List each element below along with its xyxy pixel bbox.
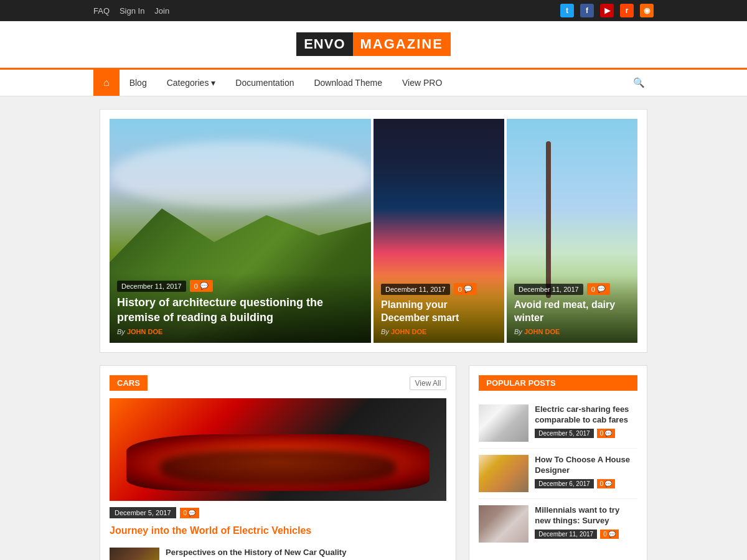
logo-envo: ENVO	[296, 32, 352, 56]
nav-view-pro[interactable]: View PRO	[392, 70, 452, 95]
popular-badge-3: 0 💬	[600, 530, 619, 539]
social-icons: t f ▶ r ◉	[560, 4, 654, 17]
featured-overlay-3: December 11, 2017 0 💬 Avoid red meat, da…	[507, 276, 637, 343]
logo[interactable]: ENVO MAGAZINE	[296, 32, 451, 56]
featured-section: December 11, 2017 0 💬 History of archite…	[100, 109, 647, 353]
featured-item-2[interactable]: December 11, 2017 0 💬 Planning your Dece…	[374, 119, 504, 343]
cars-thumb-1	[110, 548, 159, 560]
featured-meta-main: December 11, 2017 0 💬	[117, 280, 364, 292]
nav-categories[interactable]: Categories ▾	[157, 70, 226, 95]
featured-title-3: Avoid red meat, dairy winter	[514, 299, 630, 325]
popular-badge-1: 0 💬	[597, 429, 616, 438]
cars-main-image[interactable]	[110, 398, 446, 501]
popular-title-3: Millennials want to try new things: Surv…	[535, 505, 637, 526]
cars-section-title: CARS	[110, 375, 148, 391]
featured-grid: December 11, 2017 0 💬 History of archite…	[110, 119, 637, 343]
popular-info-1: Electric car-sharing fees comparable to …	[535, 404, 637, 442]
popular-posts-section: POPULAR POSTS Electric car-sharing fees …	[469, 365, 647, 560]
twitter-icon[interactable]: t	[560, 4, 574, 17]
main-container: December 11, 2017 0 💬 History of archite…	[93, 109, 654, 560]
featured-date-3: December 11, 2017	[514, 284, 583, 295]
popular-meta-2: December 6, 2017 0 💬	[535, 479, 637, 488]
cars-article-list: Perspectives on the History of New Car Q…	[110, 543, 446, 560]
featured-overlay-main: December 11, 2017 0 💬 History of archite…	[110, 273, 371, 343]
site-header: ENVO MAGAZINE	[0, 21, 747, 68]
popular-date-3: December 11, 2017	[535, 530, 597, 539]
popular-thumb-2	[479, 455, 529, 492]
popular-meta-3: December 11, 2017 0 💬	[535, 530, 637, 539]
popular-thumb-3	[479, 505, 529, 543]
featured-badge-main: 0 💬	[190, 280, 213, 292]
featured-author-main: By JOHN DOE	[117, 328, 364, 335]
logo-magazine: MAGAZINE	[353, 32, 451, 56]
featured-title-2: Planning your December smart	[381, 299, 497, 325]
popular-info-2: How To Choose A House Designer December …	[535, 455, 637, 492]
signin-link[interactable]: Sign In	[120, 6, 144, 16]
popular-thumb-1	[479, 404, 529, 442]
search-button[interactable]: 🔍	[624, 70, 654, 96]
featured-meta-3: December 11, 2017 0 💬	[514, 283, 630, 295]
lower-grid: CARS View All December 5, 2017 0 💬 Journ…	[100, 365, 647, 560]
reddit-icon[interactable]: r	[620, 4, 634, 17]
top-bar-links: FAQ Sign In Join	[93, 6, 177, 16]
cars-section: CARS View All December 5, 2017 0 💬 Journ…	[100, 365, 456, 560]
cars-section-header: CARS View All	[110, 375, 446, 391]
popular-item-1[interactable]: Electric car-sharing fees comparable to …	[479, 398, 637, 449]
popular-info-3: Millennials want to try new things: Surv…	[535, 505, 637, 543]
popular-meta-1: December 5, 2017 0 💬	[535, 429, 637, 438]
featured-date-2: December 11, 2017	[381, 284, 450, 295]
nav-home-button[interactable]: ⌂	[93, 70, 120, 96]
cars-main-date: December 5, 2017	[110, 507, 176, 518]
cars-article-item-1[interactable]: Perspectives on the History of New Car Q…	[110, 543, 446, 560]
popular-posts-title: POPULAR POSTS	[479, 375, 637, 391]
popular-date-1: December 5, 2017	[535, 429, 593, 438]
youtube-icon[interactable]: ▶	[600, 4, 614, 17]
nav-documentation[interactable]: Documentation	[225, 70, 304, 95]
popular-badge-2: 0 💬	[597, 479, 616, 488]
popular-date-2: December 6, 2017	[535, 479, 593, 488]
featured-author-3: By JOHN DOE	[514, 328, 630, 335]
cars-main-badge: 0 💬	[180, 508, 200, 518]
cars-view-all[interactable]: View All	[410, 376, 447, 390]
featured-badge-2: 0 💬	[454, 283, 477, 295]
facebook-icon[interactable]: f	[580, 4, 594, 17]
featured-title-main: History of architecture questioning the …	[117, 296, 364, 325]
featured-item-main[interactable]: December 11, 2017 0 💬 History of archite…	[110, 119, 371, 343]
popular-item-2[interactable]: How To Choose A House Designer December …	[479, 449, 637, 499]
popular-item-3[interactable]: Millennials want to try new things: Surv…	[479, 499, 637, 549]
cars-main-meta: December 5, 2017 0 💬	[110, 505, 446, 521]
featured-author-2: By JOHN DOE	[381, 328, 497, 335]
featured-item-3[interactable]: December 11, 2017 0 💬 Avoid red meat, da…	[507, 119, 637, 343]
featured-meta-2: December 11, 2017 0 💬	[381, 283, 497, 295]
cars-art-title-1: Perspectives on the History of New Car Q…	[166, 548, 446, 558]
featured-date-main: December 11, 2017	[117, 281, 186, 292]
nav-download-theme[interactable]: Download Theme	[304, 70, 392, 95]
rss-icon[interactable]: ◉	[640, 4, 654, 17]
faq-link[interactable]: FAQ	[93, 6, 110, 16]
cars-main-title[interactable]: Journey into the World of Electric Vehic…	[110, 525, 446, 538]
popular-title-2: How To Choose A House Designer	[535, 455, 637, 476]
top-bar: FAQ Sign In Join t f ▶ r ◉	[0, 0, 747, 21]
featured-overlay-2: December 11, 2017 0 💬 Planning your Dece…	[374, 276, 504, 343]
featured-badge-3: 0 💬	[587, 283, 610, 295]
nav-blog[interactable]: Blog	[120, 70, 157, 95]
main-nav: ⌂ Blog Categories ▾ Documentation Downlo…	[0, 68, 747, 96]
popular-title-1: Electric car-sharing fees comparable to …	[535, 404, 637, 426]
join-link[interactable]: Join	[154, 6, 169, 16]
cars-art-info-1: Perspectives on the History of New Car Q…	[166, 548, 446, 560]
